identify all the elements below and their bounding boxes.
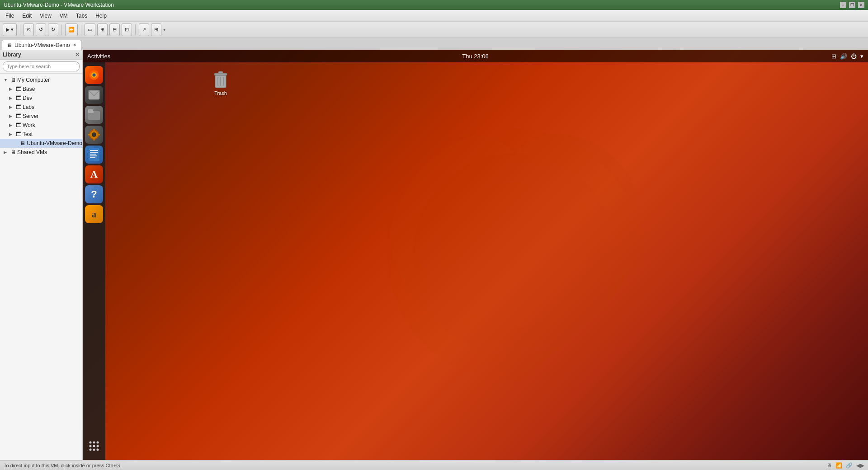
vm-icon-ubuntu: 🖥 (20, 140, 25, 146)
shared-icon: 🖥 (10, 149, 16, 155)
svg-rect-13 (88, 134, 90, 136)
dock-amazon[interactable]: a (85, 205, 103, 223)
svg-rect-35 (218, 71, 223, 74)
vm-icon-test: 🗔 (16, 131, 21, 137)
menu-edit[interactable]: Edit (19, 12, 35, 20)
library-search-input[interactable] (3, 61, 80, 71)
ubuntu-dock: A ? a (83, 62, 105, 460)
main-area: Library ✕ ▼ 🖥 My Computer ▶ 🗔 Base ▶ 🗔 D… (0, 50, 868, 460)
network-icon[interactable]: ⊞ (831, 53, 836, 60)
view-tabs-icon: ⊡ (125, 27, 129, 33)
tree-base[interactable]: ▶ 🗔 Base (0, 85, 82, 94)
close-button[interactable]: ✕ (858, 2, 864, 8)
tree-dev-label: Dev (23, 95, 32, 101)
tree-my-computer-label: My Computer (17, 77, 50, 83)
dock-apps-grid-button[interactable] (85, 437, 103, 455)
titlebar-title: Ubuntu-VMware-Demo - VMware Workstation (4, 2, 114, 8)
replay-button[interactable]: ↻ (48, 24, 58, 36)
ubuntu-topbar: Activities Thu 23:06 ⊞ 🔊 ⏻ ▾ (83, 50, 868, 62)
suspend-icon: ⊙ (27, 27, 31, 33)
fullscreen-button[interactable]: ↗ (139, 24, 149, 36)
menu-vm[interactable]: VM (56, 12, 71, 20)
tab-label: Ubuntu-VMware-Demo (14, 42, 70, 48)
tabbar: 🖥 Ubuntu-VMware-Demo ✕ (0, 38, 868, 50)
view-tabs-button[interactable]: ⊡ (122, 24, 132, 36)
tab-close-button[interactable]: ✕ (73, 42, 76, 47)
statusbar-network-icon: 📶 (835, 462, 842, 469)
power-button[interactable]: ▶ ▾ (3, 24, 17, 36)
dock-settings[interactable] (85, 126, 103, 144)
svg-rect-19 (90, 155, 97, 156)
tree-base-label: Base (23, 86, 35, 92)
fullscreen-icon: ↗ (142, 27, 146, 33)
minimize-button[interactable]: − (840, 2, 846, 8)
tree-work-label: Work (23, 122, 35, 128)
vm-icon-base: 🗔 (16, 86, 21, 92)
power-systray-icon[interactable]: ⏻ (851, 53, 857, 60)
tree-work[interactable]: ▶ 🗔 Work (0, 121, 82, 130)
menu-view[interactable]: View (36, 12, 55, 20)
svg-rect-18 (90, 154, 96, 155)
library-close-button[interactable]: ✕ (75, 52, 80, 58)
svg-point-24 (90, 445, 92, 447)
tree-test-label: Test (23, 131, 33, 137)
volume-icon[interactable]: 🔊 (840, 53, 847, 60)
tree-expand-labs: ▶ (9, 105, 14, 109)
svg-rect-14 (98, 134, 100, 136)
svg-rect-20 (90, 157, 95, 158)
titlebar: Ubuntu-VMware-Demo - VMware Workstation … (0, 0, 868, 10)
dock-files[interactable] (85, 106, 103, 124)
ubuntu-systray: ⊞ 🔊 ⏻ ▾ (831, 53, 863, 60)
view-split-h-icon: ⊞ (100, 27, 104, 33)
unity-button[interactable]: ⊞ (151, 24, 161, 36)
svg-rect-16 (90, 150, 98, 151)
tree-shared-vms[interactable]: ▶ 🖥 Shared VMs (0, 148, 82, 157)
menubar: File Edit View VM Tabs Help (0, 10, 868, 22)
revert-button[interactable]: ↺ (36, 24, 46, 36)
tree-expand-base: ▶ (9, 87, 14, 91)
vm-display-area[interactable]: Activities Thu 23:06 ⊞ 🔊 ⏻ ▾ (83, 50, 868, 460)
power-icon: ▶ (6, 27, 9, 33)
send-button[interactable]: ⏩ (65, 24, 78, 36)
activities-button[interactable]: Activities (87, 53, 110, 60)
view-split-h-button[interactable]: ⊞ (97, 24, 108, 36)
dock-writer[interactable] (85, 146, 103, 164)
view-single-button[interactable]: ▭ (85, 24, 95, 36)
tree-expand-test: ▶ (9, 132, 14, 136)
tree-labs[interactable]: ▶ 🗔 Labs (0, 103, 82, 112)
trash-icon[interactable]: Trash (205, 68, 236, 98)
ubuntu-clock: Thu 23:06 (462, 53, 489, 60)
toolbar-separator-4 (135, 24, 136, 35)
toolbar: ▶ ▾ ⊙ ↺ ↻ ⏩ ▭ ⊞ ⊟ ⊡ ↗ ⊞ ▾ (0, 22, 868, 38)
tree-ubuntu-demo[interactable]: ▶ 🖥 Ubuntu-VMware-Demo (0, 139, 82, 148)
ubuntu-desktop[interactable]: Activities Thu 23:06 ⊞ 🔊 ⏻ ▾ (83, 50, 868, 460)
restore-button[interactable]: ❐ (849, 2, 855, 8)
statusbar-hint: To direct input to this VM, click inside… (4, 463, 122, 468)
revert-icon: ↺ (39, 27, 43, 33)
dock-email[interactable] (85, 86, 103, 104)
svg-point-4 (93, 74, 96, 77)
tree-test[interactable]: ▶ 🗔 Test (0, 130, 82, 139)
menu-help[interactable]: Help (92, 12, 110, 20)
trash-icon-image (211, 70, 231, 89)
statusbar-monitor-icon: 🖥 (826, 462, 832, 469)
suspend-button[interactable]: ⊙ (24, 24, 34, 36)
menu-file[interactable]: File (2, 12, 18, 20)
power-dropdown-icon: ▾ (11, 27, 14, 33)
active-tab[interactable]: 🖥 Ubuntu-VMware-Demo ✕ (2, 40, 81, 50)
dock-firefox[interactable] (85, 66, 103, 84)
dock-help[interactable]: ? (85, 185, 103, 203)
tree-shared-label: Shared VMs (17, 149, 47, 155)
view-single-icon: ▭ (88, 27, 92, 33)
view-split-v-button[interactable]: ⊟ (109, 24, 120, 36)
tree-my-computer[interactable]: ▼ 🖥 My Computer (0, 75, 82, 85)
tree-dev[interactable]: ▶ 🗔 Dev (0, 94, 82, 103)
statusbar-connection-icon: 🔗 (846, 462, 853, 469)
tree-server[interactable]: ▶ 🗔 Server (0, 112, 82, 121)
systray-dropdown-icon[interactable]: ▾ (860, 53, 863, 60)
svg-rect-8 (88, 109, 93, 112)
menu-tabs[interactable]: Tabs (72, 12, 91, 20)
toolbar-separator-1 (20, 24, 20, 35)
svg-point-10 (92, 132, 96, 137)
dock-appstore[interactable]: A (85, 165, 103, 183)
